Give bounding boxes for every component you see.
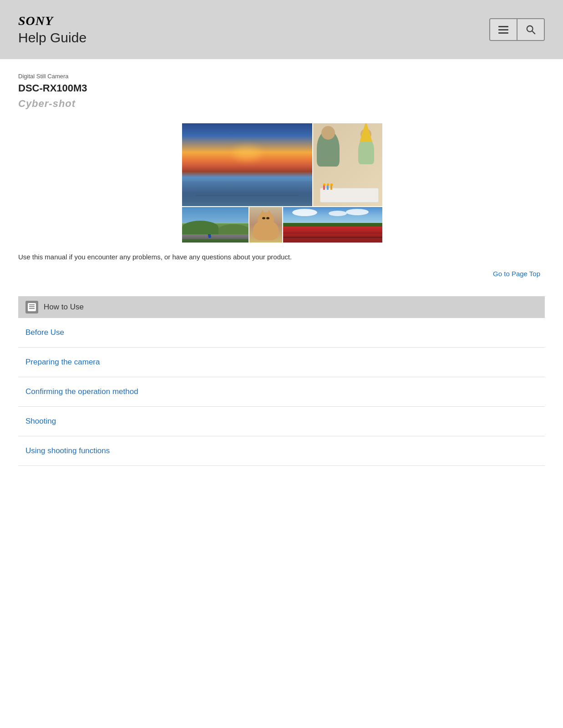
product-model: DSC-RX100M3 <box>18 82 545 94</box>
menu-icon <box>498 26 508 34</box>
book-icon <box>28 303 36 311</box>
main-content: Digital Still Camera DSC-RX100M3 Cyber-s… <box>0 59 563 484</box>
header: SONY Help Guide <box>0 0 563 59</box>
go-to-top-link[interactable]: Go to Page Top <box>493 270 540 278</box>
cyclist-image <box>182 207 249 243</box>
before-use-link[interactable]: Before Use <box>25 328 64 337</box>
product-category: Digital Still Camera <box>18 73 545 80</box>
collage-inner <box>182 123 381 243</box>
field-image <box>283 207 382 243</box>
how-to-use-title: How to Use <box>44 303 84 312</box>
how-to-use-icon <box>25 301 38 313</box>
collage-bottom-row <box>182 207 381 243</box>
birthday-image <box>313 123 382 206</box>
preparing-camera-link[interactable]: Preparing the camera <box>25 358 100 366</box>
header-controls <box>489 18 545 41</box>
shooting-link[interactable]: Shooting <box>25 417 56 425</box>
pier <box>196 195 299 196</box>
menu-button[interactable] <box>490 19 517 40</box>
search-icon <box>526 25 536 35</box>
nav-item-shooting: Shooting <box>18 407 545 436</box>
using-shooting-functions-link[interactable]: Using shooting functions <box>25 446 110 455</box>
how-to-use-section: How to Use Before Use Preparing the came… <box>18 296 545 466</box>
confirming-operation-link[interactable]: Confirming the operation method <box>25 387 138 396</box>
sunset-image <box>182 123 312 206</box>
nav-item-shooting-functions: Using shooting functions <box>18 436 545 466</box>
svg-line-1 <box>532 31 535 34</box>
header-left: SONY Help Guide <box>18 14 86 46</box>
cat-image <box>249 207 282 243</box>
help-guide-title: Help Guide <box>18 30 86 46</box>
sony-logo: SONY <box>18 14 86 28</box>
description-text: Use this manual if you encounter any pro… <box>18 252 545 263</box>
nav-item-before-use: Before Use <box>18 318 545 348</box>
product-brand: Cyber-shot <box>18 98 545 110</box>
go-to-top-container: Go to Page Top <box>18 270 545 278</box>
search-button[interactable] <box>517 19 544 40</box>
how-to-use-header: How to Use <box>18 296 545 318</box>
image-collage <box>18 123 545 243</box>
collage-top-row <box>182 123 381 206</box>
nav-item-preparing: Preparing the camera <box>18 348 545 377</box>
nav-item-confirming: Confirming the operation method <box>18 377 545 407</box>
